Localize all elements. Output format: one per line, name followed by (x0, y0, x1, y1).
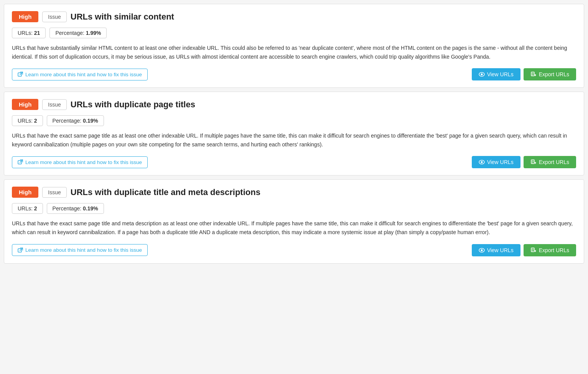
card-header: High Issue URLs with similar content (12, 11, 576, 22)
action-buttons: View URLs Export URLs (472, 244, 576, 256)
external-link-icon (18, 72, 23, 77)
type-badge: Issue (42, 99, 66, 110)
urls-value: 21 (34, 30, 40, 36)
percentage-value: 0.19% (83, 205, 98, 212)
action-buttons: View URLs Export URLs (472, 68, 576, 80)
export-urls-button[interactable]: Export URLs (524, 244, 576, 256)
card-title: URLs with duplicate title and meta descr… (71, 187, 260, 197)
view-urls-label: View URLs (487, 159, 514, 165)
external-link-icon (18, 159, 23, 165)
view-urls-button[interactable]: View URLs (472, 68, 520, 80)
issue-card-3: High Issue URLs with duplicate title and… (4, 179, 584, 263)
card-header: High Issue URLs with duplicate page titl… (12, 99, 576, 110)
type-badge: Issue (42, 11, 66, 22)
learn-more-link[interactable]: Learn more about this hint and how to fi… (12, 156, 148, 168)
percentage-value: 0.19% (83, 118, 98, 124)
action-buttons: View URLs Export URLs (472, 156, 576, 168)
export-urls-label: Export URLs (539, 247, 569, 253)
stats-row: URLs: 21 Percentage: 1.99% (12, 28, 576, 38)
severity-badge: High (12, 99, 38, 110)
learn-more-text: Learn more about this hint and how to fi… (25, 159, 142, 165)
percentage-stat: Percentage: 0.19% (47, 115, 104, 126)
export-icon (530, 159, 537, 165)
urls-stat: URLs: 2 (12, 115, 43, 126)
percentage-stat: Percentage: 0.19% (47, 203, 104, 214)
svg-point-11 (481, 161, 483, 163)
urls-stat: URLs: 21 (12, 28, 46, 38)
urls-value: 2 (34, 118, 37, 124)
description-text: URLs that have substantially similar HTM… (12, 44, 576, 61)
severity-badge: High (12, 187, 38, 198)
svg-point-3 (481, 74, 483, 75)
export-icon (530, 247, 537, 253)
card-title: URLs with similar content (71, 12, 174, 22)
export-urls-button[interactable]: Export URLs (524, 156, 576, 168)
export-urls-button[interactable]: Export URLs (524, 68, 576, 80)
description-text: URLs that have the exact same page title… (12, 219, 576, 237)
export-icon (530, 71, 537, 77)
issue-card-1: High Issue URLs with similar content URL… (4, 4, 584, 88)
urls-stat: URLs: 2 (12, 203, 43, 214)
stats-row: URLs: 2 Percentage: 0.19% (12, 203, 576, 214)
percentage-stat: Percentage: 1.99% (49, 28, 107, 38)
export-urls-label: Export URLs (539, 159, 569, 165)
view-urls-label: View URLs (487, 247, 514, 253)
eye-icon (479, 159, 485, 165)
severity-badge: High (12, 11, 38, 22)
view-urls-button[interactable]: View URLs (472, 244, 520, 256)
learn-more-text: Learn more about this hint and how to fi… (25, 247, 142, 253)
export-urls-label: Export URLs (539, 71, 569, 77)
card-footer: Learn more about this hint and how to fi… (12, 68, 576, 80)
description-text: URLs that have the exact same page title… (12, 131, 576, 149)
card-footer: Learn more about this hint and how to fi… (12, 156, 576, 168)
percentage-value: 1.99% (86, 30, 101, 36)
eye-icon (479, 247, 485, 253)
svg-point-19 (481, 249, 483, 251)
urls-value: 2 (34, 205, 37, 212)
type-badge: Issue (42, 187, 66, 198)
issue-card-2: High Issue URLs with duplicate page titl… (4, 92, 584, 176)
stats-row: URLs: 2 Percentage: 0.19% (12, 115, 576, 126)
eye-icon (479, 71, 485, 77)
card-header: High Issue URLs with duplicate title and… (12, 187, 576, 198)
learn-more-text: Learn more about this hint and how to fi… (25, 72, 142, 77)
learn-more-link[interactable]: Learn more about this hint and how to fi… (12, 69, 148, 80)
view-urls-label: View URLs (487, 71, 514, 77)
card-footer: Learn more about this hint and how to fi… (12, 244, 576, 256)
card-title: URLs with duplicate page titles (71, 100, 195, 110)
external-link-icon (18, 248, 23, 253)
view-urls-button[interactable]: View URLs (472, 156, 520, 168)
learn-more-link[interactable]: Learn more about this hint and how to fi… (12, 244, 148, 256)
